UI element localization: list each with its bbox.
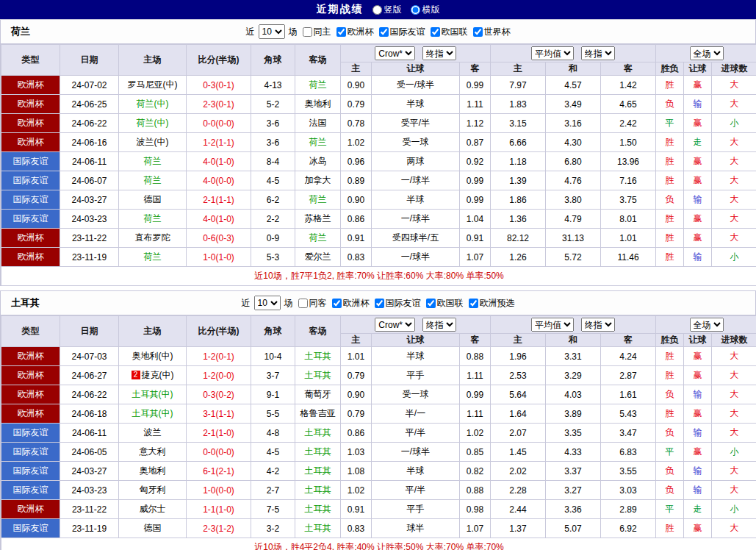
home-team[interactable]: 2捷克(中) [119,366,187,385]
home-team[interactable]: 直布罗陀 [119,229,187,248]
euro-avg-select[interactable]: 平均值 [531,46,574,60]
match-score[interactable]: 0-3(0-2) [187,385,251,404]
home-team[interactable]: 罗马尼亚(中) [119,76,187,95]
match-score[interactable]: 0-0(0-0) [187,443,251,462]
competition-filter-friendly[interactable]: 国际友谊 [372,297,421,310]
away-team[interactable]: 土耳其 [295,424,341,443]
match-score[interactable]: 1-0(1-0) [187,248,251,267]
competition-filter-nations-league[interactable]: 欧国联 [428,26,468,38]
away-team[interactable]: 土耳其 [295,462,341,481]
competition-checkbox[interactable] [469,299,478,308]
home-team[interactable]: 波兰(中) [119,133,187,152]
match-score[interactable]: 2-3(1-2) [187,519,251,538]
recent-count-select[interactable]: 10 [254,296,281,310]
home-team[interactable]: 威尔士 [119,500,187,519]
match-score[interactable]: 1-0(0-0) [187,481,251,500]
home-team[interactable]: 土耳其(中) [119,404,187,424]
away-team[interactable]: 爱尔兰 [295,248,341,267]
away-team[interactable]: 土耳其 [295,366,341,385]
away-team[interactable]: 土耳其 [295,500,341,519]
away-team[interactable]: 荷兰 [295,133,341,152]
match-score[interactable]: 1-1(1-0) [187,500,251,519]
match-score[interactable]: 1-2(0-0) [187,366,251,385]
competition-checkbox[interactable] [426,299,436,308]
match-score[interactable]: 0-0(0-0) [187,114,251,133]
competition-filter-eurocup[interactable]: 欧洲杯 [329,297,370,310]
away-team[interactable]: 土耳其 [295,481,341,500]
away-team[interactable]: 荷兰 [295,229,341,248]
away-team[interactable]: 荷兰 [295,190,341,210]
recent-count-select[interactable]: 10 [259,24,285,39]
away-team[interactable]: 土耳其 [295,347,341,366]
match-score[interactable]: 1-2(0-1) [187,347,251,366]
competition-checkbox[interactable] [473,27,483,37]
competition-filter-euro-qualifiers[interactable]: 欧洲预选 [466,297,515,310]
home-team[interactable]: 奥地利 [119,462,187,481]
away-team[interactable]: 法国 [295,114,341,133]
euro-avg-select[interactable]: 平均值 [531,318,574,332]
home-team[interactable]: 荷兰(中) [119,95,187,114]
competition-filter-friendly[interactable]: 国际友谊 [376,26,425,38]
home-team[interactable]: 荷兰 [119,152,187,171]
same-venue-checkbox[interactable] [298,299,308,308]
vertical-radio[interactable] [372,5,382,15]
home-team[interactable]: 奥地利(中) [119,347,187,366]
home-team[interactable]: 匈牙利 [119,481,187,500]
home-team[interactable]: 荷兰 [119,248,187,267]
home-team[interactable]: 荷兰 [119,171,187,190]
subcol-asian-away: 客 [460,334,491,347]
competition-checkbox[interactable] [375,299,384,308]
scope-select[interactable]: 全场 [690,46,724,60]
match-score[interactable]: 4-0(0-0) [187,171,251,190]
home-team[interactable]: 意大利 [119,443,187,462]
col-header-away: 客场 [295,45,341,76]
away-team[interactable]: 土耳其 [295,519,341,538]
match-score[interactable]: 3-1(1-1) [187,404,251,424]
match-score[interactable]: 6-1(2-1) [187,462,251,481]
competition-checkbox[interactable] [379,27,389,37]
bookmaker-select[interactable]: Crow* [375,46,415,60]
home-team[interactable]: 德国 [119,190,187,210]
asian-odds-time-select[interactable]: 终指 [422,46,456,60]
competition-filter-nations-league[interactable]: 欧国联 [423,297,464,310]
same-venue-checkbox[interactable] [303,27,312,37]
layout-vertical-option[interactable]: 竖版 [372,4,402,16]
away-team[interactable]: 土耳其 [295,443,341,462]
scope-select[interactable]: 全场 [690,318,724,332]
match-score[interactable]: 0-3(0-1) [187,76,251,95]
asian-odds-time-select[interactable]: 终指 [422,318,456,332]
same-venue-filter[interactable]: 同客 [295,297,327,310]
euro-odds-time-select[interactable]: 终指 [581,318,615,332]
competition-checkbox[interactable] [431,27,440,37]
match-score[interactable]: 2-3(0-1) [187,95,251,114]
layout-horizontal-option[interactable]: 横版 [411,4,440,16]
competition-checkbox[interactable] [332,299,342,308]
home-team[interactable]: 荷兰(中) [119,114,187,133]
euro-away-odds: 1.50 [601,133,656,152]
home-team[interactable]: 德国 [119,519,187,538]
home-team[interactable]: 土耳其(中) [119,385,187,404]
away-team[interactable]: 冰岛 [295,152,341,171]
away-team[interactable]: 荷兰 [295,76,341,95]
away-team[interactable]: 格鲁吉亚 [295,404,341,424]
bookmaker-select[interactable]: Crow* [375,318,415,332]
home-team[interactable]: 荷兰 [119,210,187,229]
match-score[interactable]: 2-1(1-1) [187,190,251,210]
match-score[interactable]: 2-1(1-0) [187,424,251,443]
match-score[interactable]: 1-2(1-1) [187,133,251,152]
corner-score: 5-2 [251,95,295,114]
match-score[interactable]: 0-6(0-3) [187,229,251,248]
competition-checkbox[interactable] [336,27,346,37]
match-score[interactable]: 4-0(1-0) [187,152,251,171]
match-score[interactable]: 4-0(1-0) [187,210,251,229]
home-team[interactable]: 波兰 [119,424,187,443]
competition-filter-world-cup[interactable]: 世界杯 [470,26,511,38]
away-team[interactable]: 奥地利 [295,95,341,114]
competition-filter-eurocup[interactable]: 欧洲杯 [334,26,374,38]
euro-odds-time-select[interactable]: 终指 [581,46,615,60]
same-venue-filter[interactable]: 同主 [300,26,331,38]
away-team[interactable]: 苏格兰 [295,210,341,229]
horizontal-radio[interactable] [411,5,420,15]
away-team[interactable]: 加拿大 [295,171,341,190]
away-team[interactable]: 葡萄牙 [295,385,341,404]
